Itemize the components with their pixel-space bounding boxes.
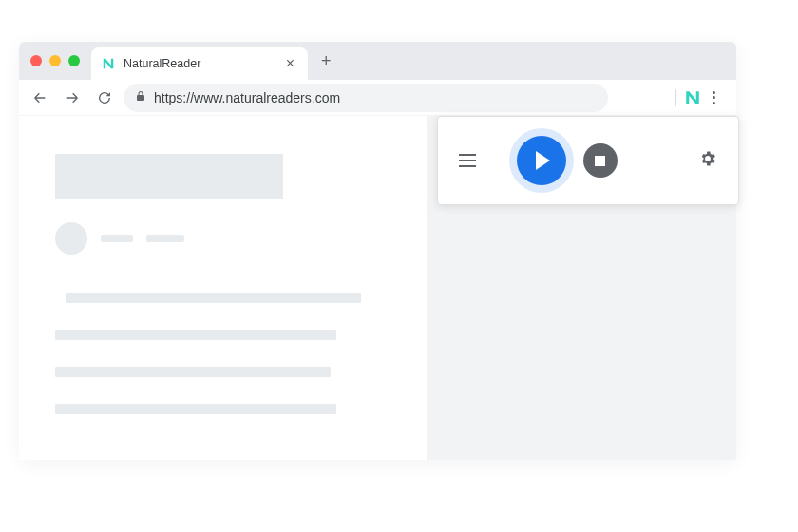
paragraph-line bbox=[55, 330, 336, 340]
browser-toolbar: https://www.naturalreaders.com bbox=[19, 80, 736, 116]
url-text: https://www.naturalreaders.com bbox=[154, 90, 340, 105]
paragraph-line bbox=[55, 404, 336, 414]
new-tab-button[interactable]: + bbox=[308, 51, 345, 71]
toolbar-divider bbox=[675, 89, 676, 106]
play-button[interactable] bbox=[517, 136, 566, 185]
gear-icon bbox=[698, 149, 717, 168]
stop-button[interactable] bbox=[583, 143, 618, 178]
tab-bar: NaturalReader × + bbox=[19, 42, 736, 80]
browser-tab[interactable]: NaturalReader × bbox=[91, 48, 308, 80]
stop-icon bbox=[595, 156, 605, 166]
author-meta-placeholder bbox=[146, 235, 184, 242]
reload-button[interactable] bbox=[91, 85, 118, 111]
naturalreader-logo-icon bbox=[101, 56, 116, 71]
window-close-button[interactable] bbox=[30, 55, 42, 66]
naturalreader-extension-icon[interactable] bbox=[684, 89, 701, 106]
playback-controls bbox=[517, 136, 618, 185]
hamburger-icon bbox=[459, 154, 476, 156]
address-bar[interactable]: https://www.naturalreaders.com bbox=[124, 84, 608, 112]
forward-button[interactable] bbox=[59, 85, 86, 111]
back-button[interactable] bbox=[27, 85, 53, 111]
reload-icon bbox=[97, 90, 112, 105]
arrow-left-icon bbox=[32, 90, 48, 105]
tab-title: NaturalReader bbox=[124, 57, 275, 70]
play-icon bbox=[536, 151, 550, 170]
settings-button[interactable] bbox=[698, 149, 717, 172]
extension-menu-button[interactable] bbox=[459, 154, 476, 167]
window-controls bbox=[19, 55, 91, 66]
extension-popup bbox=[437, 116, 739, 205]
window-maximize-button[interactable] bbox=[68, 55, 80, 66]
browser-window: NaturalReader × + https://www.naturalrea… bbox=[19, 42, 736, 460]
toolbar-right bbox=[675, 87, 729, 108]
lock-icon bbox=[135, 89, 146, 105]
author-row bbox=[55, 222, 391, 255]
author-name-placeholder bbox=[101, 235, 133, 242]
avatar-placeholder bbox=[55, 222, 87, 255]
paragraph-line bbox=[55, 367, 331, 377]
close-tab-button[interactable]: × bbox=[282, 56, 298, 71]
article-content bbox=[19, 116, 428, 460]
arrow-right-icon bbox=[65, 90, 80, 105]
heading-placeholder bbox=[55, 154, 283, 200]
browser-menu-button[interactable] bbox=[709, 87, 719, 108]
paragraph-line bbox=[66, 293, 361, 303]
window-minimize-button[interactable] bbox=[49, 55, 61, 66]
